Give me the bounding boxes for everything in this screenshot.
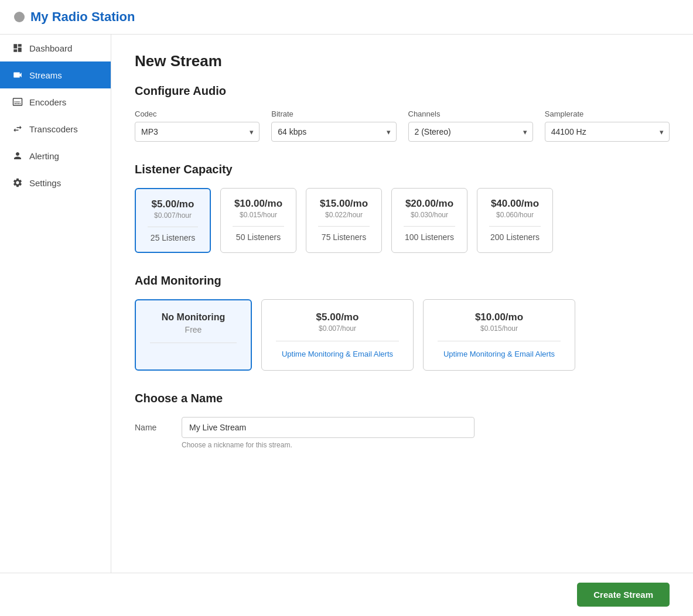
monitoring-title: No Monitoring bbox=[150, 312, 237, 323]
sidebar-item-alerting[interactable]: Alerting bbox=[0, 142, 111, 169]
monitoring-feature: Uptime Monitoring & Email Alerts bbox=[438, 350, 561, 358]
streams-icon bbox=[12, 69, 23, 81]
audio-section-title: Configure Audio bbox=[135, 84, 670, 98]
sidebar-item-dashboard[interactable]: Dashboard bbox=[0, 35, 111, 61]
bitrate-field: Bitrate 32 kbps 48 kbps 64 kbps 96 kbps … bbox=[271, 109, 396, 142]
monitoring-card-1[interactable]: $5.00/mo $0.007/hour Uptime Monitoring &… bbox=[261, 299, 414, 371]
name-section: Choose a Name Name Choose a nickname for… bbox=[135, 392, 670, 449]
footer-bar: Create Stream bbox=[0, 573, 693, 616]
name-input-wrap: Choose a nickname for this stream. bbox=[182, 417, 474, 449]
encoders-icon bbox=[12, 96, 23, 108]
capacity-hourly: $0.030/hour bbox=[404, 211, 455, 219]
monitoring-card-2[interactable]: $10.00/mo $0.015/hour Uptime Monitoring … bbox=[423, 299, 575, 371]
channels-select[interactable]: 1 (Mono) 2 (Stereo) bbox=[408, 122, 533, 142]
sidebar-label-transcoders: Transcoders bbox=[29, 124, 78, 134]
samplerate-select[interactable]: 22050 Hz 44100 Hz 48000 Hz bbox=[545, 122, 670, 142]
monitoring-feature: Uptime Monitoring & Email Alerts bbox=[276, 350, 399, 358]
channels-select-wrapper: 1 (Mono) 2 (Stereo) bbox=[408, 122, 533, 142]
capacity-card-3[interactable]: $20.00/mo $0.030/hour 100 Listeners bbox=[391, 188, 467, 253]
sidebar-item-transcoders[interactable]: Transcoders bbox=[0, 115, 111, 142]
monitoring-card-0[interactable]: No Monitoring Free bbox=[135, 299, 252, 371]
main-layout: Dashboard Streams Encoders bbox=[0, 35, 693, 573]
monitoring-section-title: Add Monitoring bbox=[135, 274, 670, 288]
create-stream-button[interactable]: Create Stream bbox=[577, 583, 670, 607]
codec-select[interactable]: MP3 AAC OGG bbox=[135, 122, 260, 142]
codec-field: Codec MP3 AAC OGG bbox=[135, 109, 260, 142]
capacity-hourly: $0.007/hour bbox=[148, 211, 198, 220]
capacity-listeners: 200 Listeners bbox=[489, 232, 541, 242]
samplerate-field: Samplerate 22050 Hz 44100 Hz 48000 Hz bbox=[545, 109, 670, 142]
capacity-price: $20.00/mo bbox=[404, 198, 455, 210]
samplerate-select-wrapper: 22050 Hz 44100 Hz 48000 Hz bbox=[545, 122, 670, 142]
name-row: Name Choose a nickname for this stream. bbox=[135, 417, 670, 449]
capacity-listeners: 25 Listeners bbox=[148, 233, 198, 242]
capacity-price: $5.00/mo bbox=[148, 199, 198, 210]
app-title: My Radio Station bbox=[30, 9, 135, 25]
main-content: New Stream Configure Audio Codec MP3 AAC… bbox=[111, 35, 693, 573]
audio-section: Configure Audio Codec MP3 AAC OGG bbox=[135, 84, 670, 142]
capacity-card-4[interactable]: $40.00/mo $0.060/hour 200 Listeners bbox=[477, 188, 553, 253]
capacity-card-0[interactable]: $5.00/mo $0.007/hour 25 Listeners bbox=[135, 188, 211, 253]
monitoring-free: Free bbox=[150, 325, 237, 334]
capacity-section: Listener Capacity $5.00/mo $0.007/hour 2… bbox=[135, 163, 670, 253]
settings-icon bbox=[12, 177, 23, 189]
codec-label: Codec bbox=[135, 109, 260, 118]
dashboard-icon bbox=[12, 42, 23, 54]
name-hint: Choose a nickname for this stream. bbox=[182, 441, 474, 449]
app-container: My Radio Station Dashboard Streams bbox=[0, 0, 693, 616]
capacity-section-title: Listener Capacity bbox=[135, 163, 670, 176]
channels-field: Channels 1 (Mono) 2 (Stereo) bbox=[408, 109, 533, 142]
bitrate-label: Bitrate bbox=[271, 109, 396, 118]
monitoring-section: Add Monitoring No Monitoring Free $5.00/… bbox=[135, 274, 670, 371]
bitrate-select[interactable]: 32 kbps 48 kbps 64 kbps 96 kbps 128 kbps… bbox=[271, 122, 396, 142]
sidebar-item-streams[interactable]: Streams bbox=[0, 61, 111, 88]
codec-select-wrapper: MP3 AAC OGG bbox=[135, 122, 260, 142]
page-title: New Stream bbox=[135, 52, 670, 70]
capacity-hourly: $0.015/hour bbox=[233, 211, 284, 219]
channels-label: Channels bbox=[408, 109, 533, 118]
sidebar-label-alerting: Alerting bbox=[29, 151, 59, 161]
sidebar-item-encoders[interactable]: Encoders bbox=[0, 88, 111, 115]
audio-grid: Codec MP3 AAC OGG Bitrate bbox=[135, 109, 670, 142]
monitoring-hourly: $0.015/hour bbox=[438, 324, 561, 333]
sidebar-item-settings[interactable]: Settings bbox=[0, 169, 111, 196]
capacity-listeners: 100 Listeners bbox=[404, 232, 455, 242]
alerting-icon bbox=[12, 150, 23, 162]
capacity-price: $40.00/mo bbox=[489, 198, 541, 210]
capacity-cards-row: $5.00/mo $0.007/hour 25 Listeners $10.00… bbox=[135, 188, 670, 253]
monitoring-hourly: $0.007/hour bbox=[276, 324, 399, 333]
sidebar-label-dashboard: Dashboard bbox=[29, 43, 72, 53]
capacity-listeners: 50 Listeners bbox=[233, 232, 284, 242]
capacity-price: $10.00/mo bbox=[233, 198, 284, 210]
bitrate-select-wrapper: 32 kbps 48 kbps 64 kbps 96 kbps 128 kbps… bbox=[271, 122, 396, 142]
monitoring-price: $10.00/mo bbox=[438, 312, 561, 323]
capacity-card-1[interactable]: $10.00/mo $0.015/hour 50 Listeners bbox=[220, 188, 296, 253]
capacity-listeners: 75 Listeners bbox=[318, 232, 370, 242]
transcoders-icon bbox=[12, 123, 23, 135]
sidebar-label-settings: Settings bbox=[29, 178, 61, 188]
stream-name-input[interactable] bbox=[182, 417, 474, 438]
capacity-card-2[interactable]: $15.00/mo $0.022/hour 75 Listeners bbox=[306, 188, 382, 253]
samplerate-label: Samplerate bbox=[545, 109, 670, 118]
sidebar-label-encoders: Encoders bbox=[29, 97, 66, 107]
sidebar-label-streams: Streams bbox=[29, 70, 62, 80]
monitoring-price: $5.00/mo bbox=[276, 312, 399, 323]
header: My Radio Station bbox=[0, 0, 693, 35]
name-section-title: Choose a Name bbox=[135, 392, 670, 405]
name-label: Name bbox=[135, 417, 170, 432]
capacity-hourly: $0.060/hour bbox=[489, 211, 541, 219]
capacity-price: $15.00/mo bbox=[318, 198, 370, 210]
sidebar: Dashboard Streams Encoders bbox=[0, 35, 111, 573]
monitoring-cards-row: No Monitoring Free $5.00/mo $0.007/hour … bbox=[135, 299, 670, 371]
capacity-hourly: $0.022/hour bbox=[318, 211, 370, 219]
status-dot bbox=[14, 12, 25, 22]
